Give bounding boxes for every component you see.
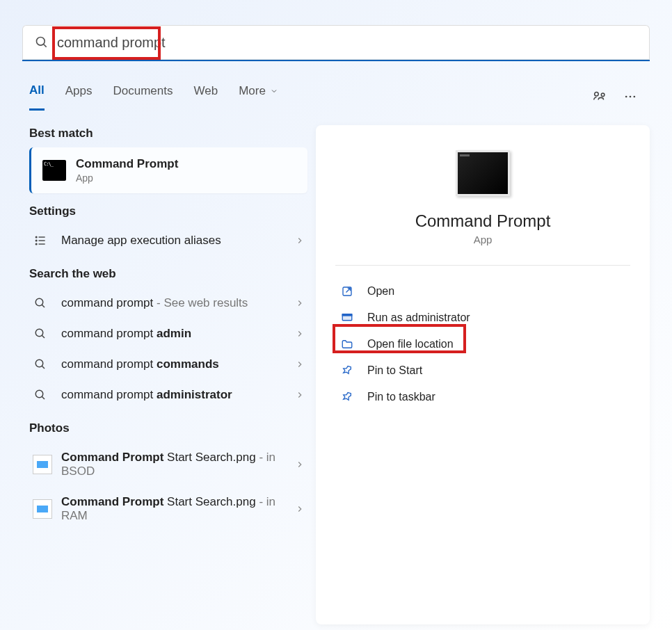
- svg-point-12: [35, 243, 37, 245]
- web-result[interactable]: command prompt administrator: [29, 380, 307, 410]
- svg-line-14: [42, 305, 45, 307]
- thumbnail-icon: [33, 499, 52, 519]
- action-label: Open: [367, 285, 394, 298]
- svg-point-17: [35, 360, 43, 367]
- svg-point-2: [595, 92, 599, 97]
- tab-all[interactable]: All: [29, 83, 45, 111]
- svg-point-3: [601, 93, 605, 97]
- detail-panel: Command Prompt App Open Run as administr…: [316, 125, 650, 624]
- detail-subtitle: App: [335, 234, 630, 245]
- section-photos: Photos: [29, 421, 307, 435]
- action-pin-start[interactable]: Pin to Start: [335, 357, 630, 384]
- search-icon: [34, 328, 47, 340]
- chevron-right-icon: [295, 504, 305, 514]
- shield-icon: [341, 312, 353, 324]
- svg-line-18: [42, 366, 45, 369]
- chevron-right-icon: [295, 329, 305, 339]
- pin-icon: [341, 391, 353, 403]
- tab-apps[interactable]: Apps: [65, 84, 93, 109]
- results-column: Best match Command Prompt App Settings M…: [29, 127, 307, 531]
- section-best-match: Best match: [29, 127, 307, 140]
- action-label: Run as administrator: [367, 312, 470, 324]
- section-settings: Settings: [29, 204, 307, 218]
- photo-result[interactable]: Command Prompt Start Search.png - in BSO…: [29, 442, 307, 487]
- svg-rect-23: [342, 314, 352, 316]
- search-bar[interactable]: [22, 25, 650, 61]
- web-result[interactable]: command prompt commands: [29, 349, 307, 380]
- web-result-text: command prompt commands: [61, 357, 295, 371]
- search-icon: [34, 389, 47, 401]
- search-input[interactable]: [57, 35, 637, 51]
- detail-title: Command Prompt: [335, 211, 630, 231]
- filter-tabs: All Apps Documents Web More: [29, 79, 643, 114]
- action-open-location[interactable]: Open file location: [335, 331, 630, 357]
- web-result-text: command prompt - See web results: [61, 296, 295, 310]
- best-match-sub: App: [76, 172, 178, 184]
- search-icon: [34, 358, 47, 371]
- svg-point-11: [35, 240, 37, 241]
- chevron-right-icon: [295, 360, 305, 369]
- settings-row-label: Manage app execution aliases: [61, 234, 295, 248]
- svg-point-5: [630, 96, 632, 98]
- folder-icon: [341, 338, 353, 350]
- action-open[interactable]: Open: [335, 278, 630, 305]
- svg-point-6: [634, 96, 636, 98]
- share-icon[interactable]: [587, 84, 612, 109]
- section-web: Search the web: [29, 267, 307, 281]
- chevron-right-icon: [295, 390, 305, 400]
- tab-documents[interactable]: Documents: [113, 84, 173, 109]
- photo-result[interactable]: Command Prompt Start Search.png - in RAM: [29, 487, 307, 531]
- action-pin-taskbar[interactable]: Pin to taskbar: [335, 384, 630, 410]
- pin-icon: [341, 364, 353, 377]
- divider: [335, 265, 630, 266]
- web-result[interactable]: command prompt - See web results: [29, 288, 307, 318]
- list-icon: [33, 234, 47, 248]
- svg-point-10: [35, 236, 37, 238]
- detail-app-icon: [456, 150, 510, 196]
- chevron-right-icon: [295, 236, 305, 245]
- best-match-name: Command Prompt: [76, 157, 178, 171]
- open-icon: [341, 285, 353, 298]
- chevron-right-icon: [295, 460, 305, 469]
- photo-result-text: Command Prompt Start Search.png - in BSO…: [61, 451, 295, 478]
- svg-line-1: [44, 45, 47, 47]
- svg-point-4: [625, 96, 627, 98]
- svg-point-15: [35, 329, 43, 337]
- action-label: Pin to Start: [367, 364, 422, 377]
- web-result[interactable]: command prompt admin: [29, 318, 307, 349]
- command-prompt-icon: [42, 160, 66, 181]
- svg-point-13: [35, 298, 43, 306]
- tab-more[interactable]: More: [239, 84, 278, 109]
- thumbnail-icon: [33, 455, 52, 474]
- svg-point-19: [35, 390, 43, 398]
- settings-row[interactable]: Manage app execution aliases: [29, 225, 307, 256]
- tab-web[interactable]: Web: [193, 84, 218, 109]
- search-icon: [34, 297, 47, 309]
- svg-line-16: [42, 335, 45, 338]
- best-match-item[interactable]: Command Prompt App: [29, 147, 307, 193]
- svg-line-20: [42, 396, 45, 399]
- svg-point-0: [37, 38, 45, 46]
- web-result-text: command prompt admin: [61, 327, 295, 341]
- chevron-down-icon: [270, 87, 278, 95]
- search-icon: [35, 35, 49, 49]
- photo-result-text: Command Prompt Start Search.png - in RAM: [61, 495, 295, 523]
- action-label: Open file location: [367, 338, 454, 350]
- more-icon[interactable]: [618, 84, 643, 109]
- action-run-admin[interactable]: Run as administrator: [335, 305, 630, 331]
- web-result-text: command prompt administrator: [61, 388, 295, 402]
- action-label: Pin to taskbar: [367, 391, 435, 403]
- chevron-right-icon: [295, 298, 305, 308]
